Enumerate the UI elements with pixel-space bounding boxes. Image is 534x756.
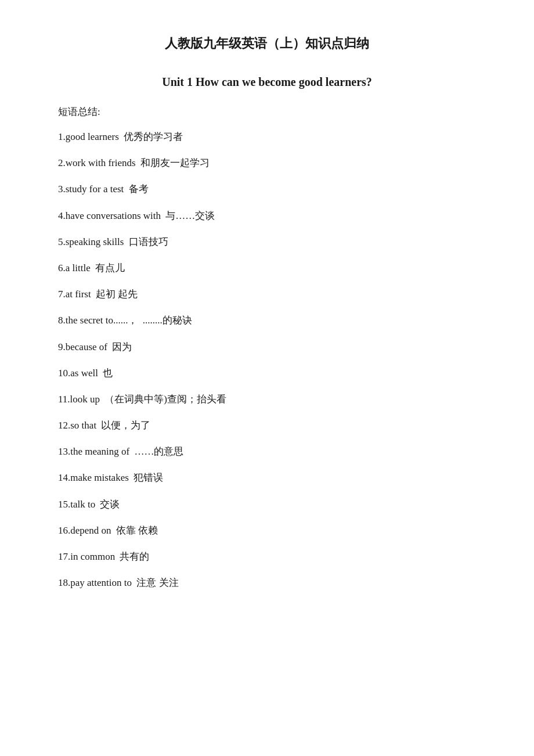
- list-item: 10.as well 也: [58, 365, 476, 381]
- vocab-english: 2.work with friends: [58, 157, 136, 168]
- vocab-english: 11.look up: [58, 394, 100, 405]
- vocab-chinese: 以便，为了: [99, 420, 150, 431]
- vocab-english: 12.so that: [58, 420, 96, 431]
- section-label: 短语总结:: [58, 105, 476, 118]
- vocab-english: 4.have conversations with: [58, 210, 161, 221]
- vocab-english: 13.the meaning of: [58, 446, 129, 457]
- vocab-chinese: 犯错误: [131, 472, 163, 483]
- list-item: 9.because of 因为: [58, 339, 476, 355]
- vocab-english: 14.make mistakes: [58, 472, 129, 483]
- vocab-chinese: 起初 起先: [93, 289, 138, 300]
- list-item: 13.the meaning of ……的意思: [58, 444, 476, 459]
- vocab-chinese: 交谈: [98, 499, 120, 510]
- list-item: 14.make mistakes 犯错误: [58, 470, 476, 485]
- list-item: 5.speaking skills 口语技巧: [58, 234, 476, 250]
- vocab-chinese: 与……交谈: [163, 210, 215, 221]
- vocab-chinese: 备考: [126, 183, 148, 195]
- vocab-english: 18.pay attention to: [58, 577, 132, 588]
- list-item: 15.talk to 交谈: [58, 496, 476, 512]
- list-item: 18.pay attention to 注意 关注: [58, 575, 476, 591]
- list-item: 11.look up （在词典中等)查阅；抬头看: [58, 391, 476, 407]
- list-item: 6.a little 有点儿: [58, 260, 476, 276]
- vocab-english: 17.in common: [58, 551, 115, 562]
- vocab-english: 9.because of: [58, 341, 107, 352]
- list-item: 3.study for a test 备考: [58, 181, 476, 197]
- list-item: 17.in common 共有的: [58, 549, 476, 564]
- list-item: 12.so that 以便，为了: [58, 417, 476, 433]
- page-title: 人教版九年级英语（上）知识点归纳: [58, 35, 476, 52]
- vocab-english: 15.talk to: [58, 499, 95, 510]
- vocab-chinese: 注意 关注: [134, 577, 179, 588]
- list-item: 2.work with friends 和朋友一起学习: [58, 155, 476, 171]
- vocab-chinese: ........的秘诀: [140, 315, 192, 326]
- vocab-english: 10.as well: [58, 368, 98, 379]
- list-item: 7.at first 起初 起先: [58, 286, 476, 302]
- vocab-chinese: 共有的: [117, 551, 149, 562]
- unit-title: Unit 1 How can we become good learners?: [58, 75, 476, 89]
- vocab-chinese: 有点儿: [93, 262, 125, 273]
- vocab-english: 5.speaking skills: [58, 236, 124, 247]
- vocab-english: 3.study for a test: [58, 183, 124, 195]
- vocab-chinese: （在词典中等)查阅；抬头看: [102, 394, 226, 405]
- vocab-english: 1.good learners: [58, 131, 119, 142]
- vocab-chinese: 口语技巧: [126, 236, 168, 247]
- vocab-english: 8.the secret to......，: [58, 315, 138, 326]
- list-item: 4.have conversations with 与……交谈: [58, 208, 476, 224]
- vocab-chinese: ……的意思: [132, 446, 183, 457]
- vocab-list: 1.good learners 优秀的学习者2.work with friend…: [58, 129, 476, 591]
- list-item: 8.the secret to......， ........的秘诀: [58, 312, 476, 328]
- vocab-chinese: 因为: [110, 341, 132, 352]
- vocab-chinese: 和朋友一起学习: [138, 157, 210, 168]
- vocab-english: 6.a little: [58, 262, 91, 273]
- vocab-chinese: 优秀的学习者: [121, 131, 183, 142]
- vocab-english: 7.at first: [58, 289, 91, 300]
- vocab-chinese: 也: [100, 368, 113, 379]
- vocab-english: 16.depend on: [58, 525, 111, 536]
- vocab-chinese: 依靠 依赖: [114, 525, 158, 536]
- list-item: 16.depend on 依靠 依赖: [58, 523, 476, 538]
- list-item: 1.good learners 优秀的学习者: [58, 129, 476, 145]
